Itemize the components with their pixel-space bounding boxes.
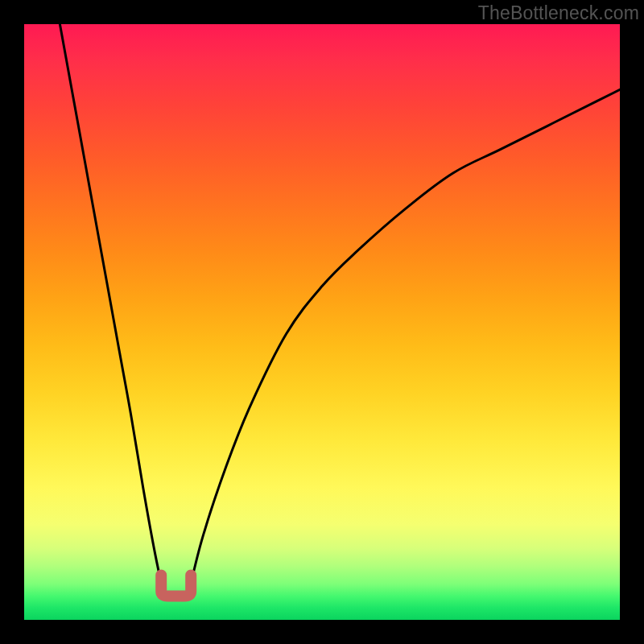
watermark-text: TheBottleneck.com: [478, 2, 639, 24]
chart-frame: TheBottleneck.com: [0, 0, 644, 644]
chart-svg: [24, 24, 620, 620]
curve-right-branch: [188, 89, 621, 596]
bottleneck-marker: [161, 576, 191, 597]
curve-left-branch: [60, 24, 164, 596]
plot-area: [24, 24, 620, 620]
